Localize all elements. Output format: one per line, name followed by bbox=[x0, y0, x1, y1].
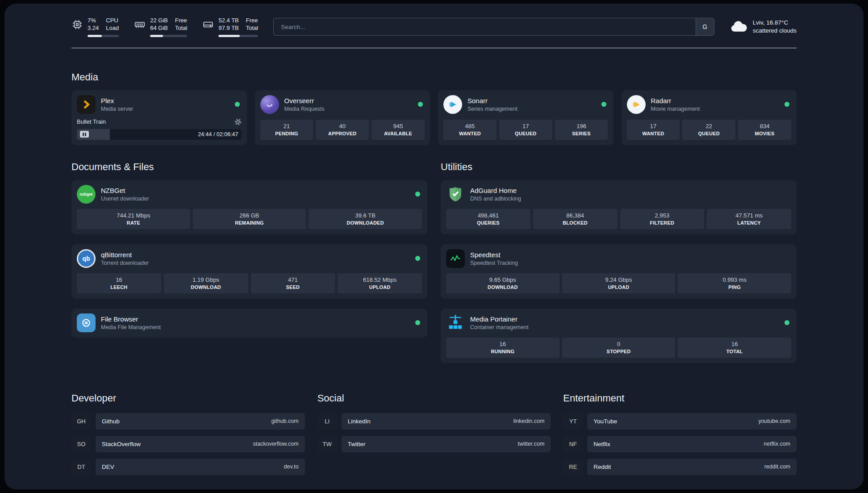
bookmark-link[interactable]: StackOverflow stackoverflow.com bbox=[96, 436, 305, 452]
bookmark-link[interactable]: DEV dev.to bbox=[96, 459, 305, 475]
qbittorrent-icon: qb bbox=[77, 249, 96, 268]
stat-download: 1.19 Gbps DOWNLOAD bbox=[164, 273, 248, 293]
service-name: Overseerr bbox=[284, 97, 325, 104]
service-card-filebrowser[interactable]: File Browser Media File Management bbox=[71, 309, 427, 338]
header-bar: 7% 3.24 CPU Load bbox=[71, 4, 797, 37]
service-subtitle: Container management bbox=[470, 324, 529, 330]
stats-row: 485 WANTED 17 QUEUED 196 SERIES bbox=[443, 114, 608, 140]
ram-total-label: Total bbox=[175, 25, 187, 32]
service-card-nzbget[interactable]: nzbget NZBGet Usenet downloader 744.21 M… bbox=[71, 180, 427, 234]
header-divider bbox=[71, 48, 797, 48]
stat-queued: 22 QUEUED bbox=[682, 120, 735, 140]
section-title-documents: Documents & Files bbox=[71, 161, 427, 173]
bookmark-abbr: YT bbox=[563, 413, 583, 430]
bookmark-github[interactable]: GH Github github.com bbox=[71, 413, 305, 430]
status-dot-online bbox=[785, 102, 789, 107]
service-card-plex[interactable]: Plex Media server Bullet Train bbox=[71, 90, 247, 145]
filebrowser-icon bbox=[77, 313, 96, 332]
sonarr-icon bbox=[443, 95, 462, 114]
disk-total-label: Total bbox=[246, 25, 258, 32]
service-name: Plex bbox=[101, 97, 133, 104]
stat-queued: 17 QUEUED bbox=[499, 120, 552, 140]
service-card-portainer[interactable]: Media Portainer Container management 16 … bbox=[441, 309, 797, 363]
stat-approved: 40 APPROVED bbox=[316, 120, 369, 140]
bookmark-netflix[interactable]: NF Netflix netflix.com bbox=[563, 436, 797, 452]
bookmark-twitter[interactable]: TW Twitter twitter.com bbox=[317, 436, 551, 452]
stat-blocked: 86,384 BLOCKED bbox=[533, 209, 618, 229]
ram-progress-track bbox=[150, 35, 187, 37]
bookmark-link[interactable]: YouTube youtube.com bbox=[587, 413, 797, 430]
cpu-load-label: Load bbox=[106, 25, 119, 32]
bookmark-abbr: LI bbox=[317, 413, 337, 430]
bookmark-linkedin[interactable]: LI LinkedIn linkedin.com bbox=[317, 413, 551, 430]
dashboard-panel: 7% 3.24 CPU Load bbox=[4, 4, 864, 489]
disk-progress-fill bbox=[218, 35, 240, 37]
stat-leech: 16 LEECH bbox=[77, 273, 161, 293]
bookmark-abbr: NF bbox=[563, 436, 583, 452]
service-card-speedtest[interactable]: Speedtest Speedtest Tracking 9.65 Gbps D… bbox=[441, 244, 797, 299]
stat-downloaded: 39.6 TB DOWNLOADED bbox=[309, 209, 422, 229]
stat-movies: 834 MOVIES bbox=[738, 120, 791, 140]
bookmark-abbr: RE bbox=[563, 459, 583, 475]
bookmark-abbr: SO bbox=[71, 436, 91, 452]
stat-seed: 471 SEED bbox=[251, 273, 335, 293]
disk-total-value: 97.9 TB bbox=[218, 25, 238, 32]
service-name: Radarr bbox=[651, 97, 700, 104]
bookmark-link[interactable]: Github github.com bbox=[96, 413, 305, 430]
bookmarks-entertainment: Entertainment YT YouTube youtube.com NF … bbox=[563, 393, 797, 481]
adguard-icon bbox=[446, 185, 465, 204]
section-title-social: Social bbox=[317, 393, 551, 404]
documents-column: Documents & Files nzbget NZBGet Usenet d… bbox=[71, 161, 427, 363]
gear-icon[interactable] bbox=[234, 118, 242, 125]
stat-pending: 21 PENDING bbox=[260, 120, 313, 140]
bookmark-abbr: DT bbox=[71, 459, 91, 475]
service-card-overseerr[interactable]: Overseerr Media Requests 21 PENDING 40 A… bbox=[255, 90, 430, 145]
service-name: Speedtest bbox=[470, 251, 518, 259]
cpu-label: CPU bbox=[106, 17, 119, 25]
cloud-icon bbox=[730, 20, 747, 34]
service-name: AdGuard Home bbox=[470, 187, 521, 194]
stats-row: 16 LEECH 1.19 Gbps DOWNLOAD 471 SEED bbox=[77, 268, 422, 293]
status-dot-online bbox=[415, 192, 420, 196]
section-title-entertainment: Entertainment bbox=[563, 393, 797, 404]
stat-upload: 9.24 Gbps UPLOAD bbox=[562, 273, 676, 293]
service-subtitle: Speedtest Tracking bbox=[470, 260, 518, 266]
search-bar: G bbox=[273, 18, 714, 36]
ram-total-value: 64 GiB bbox=[150, 25, 168, 32]
service-card-adguard[interactable]: AdGuard Home DNS and adblocking 498,461 … bbox=[441, 180, 797, 234]
service-card-radarr[interactable]: Radarr Movie management 17 WANTED 22 QUE… bbox=[622, 90, 797, 145]
bookmark-dev[interactable]: DT DEV dev.to bbox=[71, 459, 305, 475]
bookmark-youtube[interactable]: YT YouTube youtube.com bbox=[563, 413, 797, 430]
pause-icon[interactable] bbox=[80, 131, 89, 138]
bookmark-reddit[interactable]: RE Reddit reddit.com bbox=[563, 459, 797, 475]
bookmarks-developer: Developer GH Github github.com SO StackO… bbox=[71, 393, 305, 481]
bookmark-abbr: TW bbox=[317, 436, 337, 452]
cpu-progress-fill bbox=[88, 35, 102, 37]
status-dot-online bbox=[785, 320, 789, 325]
status-dot-online bbox=[418, 102, 423, 107]
weather-location: Lviv, 16.87°C bbox=[753, 19, 797, 27]
status-dot-online bbox=[415, 256, 420, 261]
service-name: Sonarr bbox=[467, 97, 517, 104]
bookmark-link[interactable]: Reddit reddit.com bbox=[587, 459, 797, 475]
stat-upload: 618.52 Mbps UPLOAD bbox=[338, 273, 422, 293]
bookmark-stackoverflow[interactable]: SO StackOverflow stackoverflow.com bbox=[71, 436, 305, 452]
bookmark-link[interactable]: Netflix netflix.com bbox=[587, 436, 797, 452]
bookmark-link[interactable]: Twitter twitter.com bbox=[342, 436, 551, 452]
ram-progress-fill bbox=[150, 35, 163, 37]
bookmark-link[interactable]: LinkedIn linkedin.com bbox=[342, 413, 551, 430]
service-card-sonarr[interactable]: Sonarr Series management 485 WANTED 17 Q… bbox=[438, 90, 613, 145]
stat-ping: 0.993 ms PING bbox=[678, 273, 791, 293]
service-card-qbittorrent[interactable]: qb qBittorrent Torrent downloader 16 LEE… bbox=[71, 244, 427, 299]
playback-time: 24:44 / 02:06:47 bbox=[198, 131, 238, 138]
playback-progress-bar[interactable]: 24:44 / 02:06:47 bbox=[77, 129, 242, 140]
stat-stopped: 0 STOPPED bbox=[562, 338, 676, 358]
disk-widget: 52.4 TB 97.9 TB Free Total bbox=[202, 17, 258, 37]
stat-running: 16 RUNNING bbox=[446, 338, 559, 358]
stats-row: 9.65 Gbps DOWNLOAD 9.24 Gbps UPLOAD 0.99… bbox=[446, 268, 791, 293]
stats-row: 17 WANTED 22 QUEUED 834 MOVIES bbox=[627, 114, 792, 140]
search-engine-button[interactable]: G bbox=[696, 18, 714, 36]
search-input[interactable] bbox=[273, 18, 695, 36]
status-dot-online bbox=[235, 102, 240, 107]
stat-remaining: 266 GB REMAINING bbox=[193, 209, 306, 229]
